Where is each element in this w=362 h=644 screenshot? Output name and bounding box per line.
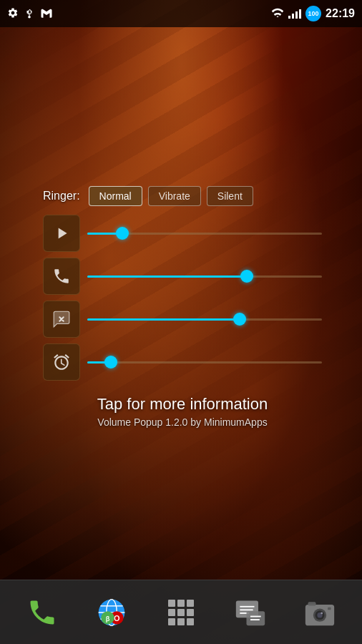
svg-point-30 — [321, 612, 323, 614]
svg-rect-11 — [187, 600, 194, 607]
wifi-icon — [271, 7, 284, 20]
media-icon-box — [43, 215, 80, 252]
dock-apps[interactable] — [156, 587, 206, 638]
svg-rect-10 — [177, 600, 185, 607]
usb-icon — [24, 7, 34, 21]
media-thumb[interactable] — [116, 227, 129, 240]
status-left-icons — [7, 7, 53, 21]
dock-phone[interactable] — [17, 587, 67, 638]
alarm-thumb[interactable] — [104, 356, 117, 369]
dock-camera[interactable] — [295, 587, 345, 638]
phone-track-fill — [87, 275, 247, 278]
ringer-row: Ringer: Normal Vibrate Silent — [43, 186, 322, 206]
battery-indicator: 100 — [305, 6, 321, 21]
settings-icon — [7, 7, 19, 21]
alarm-slider[interactable] — [87, 355, 322, 369]
bottom-dock: O β — [0, 580, 362, 644]
ringer-normal-button[interactable]: Normal — [89, 186, 142, 206]
svg-rect-17 — [187, 618, 194, 625]
status-bar: 100 22:19 — [0, 0, 362, 27]
dock-browser-icon: O β — [96, 597, 127, 628]
svg-rect-9 — [168, 600, 175, 607]
media-slider[interactable] — [87, 226, 322, 240]
info-text[interactable]: Tap for more information Volume Popup 1.… — [43, 395, 322, 428]
dock-messaging[interactable] — [225, 587, 275, 638]
dock-camera-icon — [304, 597, 336, 628]
phone-slider-row — [43, 258, 322, 295]
notification-slider-row — [43, 301, 322, 338]
phone-icon-box — [43, 258, 80, 295]
ringer-silent-button[interactable]: Silent — [207, 186, 253, 206]
version-text: Volume Popup 1.2.0 by MinimumApps — [43, 416, 322, 428]
signal-icon — [288, 9, 301, 19]
gmail-icon — [40, 8, 53, 20]
notification-slider[interactable] — [87, 312, 322, 326]
status-right-icons: 100 22:19 — [271, 6, 355, 21]
dock-phone-icon — [26, 597, 58, 628]
phone-slider[interactable] — [87, 269, 322, 283]
notification-icon-box — [43, 301, 80, 338]
notification-icon — [52, 310, 71, 328]
dock-messaging-icon — [235, 597, 266, 628]
svg-rect-16 — [177, 618, 185, 625]
ringer-label: Ringer: — [43, 190, 80, 203]
tap-text: Tap for more information — [43, 395, 322, 414]
svg-text:O: O — [114, 613, 120, 622]
volume-popup: Ringer: Normal Vibrate Silent — [43, 186, 322, 428]
alarm-icon — [52, 353, 71, 371]
svg-rect-22 — [247, 611, 265, 625]
status-time: 22:19 — [326, 7, 355, 20]
ringer-vibrate-button[interactable]: Vibrate — [148, 186, 201, 206]
play-icon — [52, 224, 71, 243]
alarm-slider-row — [43, 343, 322, 381]
alarm-track-bg — [87, 361, 322, 364]
svg-text:β: β — [105, 615, 109, 622]
svg-rect-31 — [328, 607, 331, 610]
notification-thumb[interactable] — [233, 313, 246, 326]
dock-apps-icon — [165, 597, 197, 628]
svg-rect-14 — [187, 609, 194, 616]
phone-thumb[interactable] — [240, 270, 253, 283]
phone-icon — [52, 267, 71, 286]
svg-rect-12 — [168, 609, 175, 616]
media-slider-row — [43, 215, 322, 252]
svg-rect-13 — [177, 609, 185, 616]
svg-rect-15 — [168, 618, 175, 625]
notification-track-fill — [87, 318, 240, 321]
dock-browser[interactable]: O β — [87, 587, 137, 638]
svg-rect-26 — [308, 602, 316, 606]
alarm-icon-box — [43, 343, 80, 381]
